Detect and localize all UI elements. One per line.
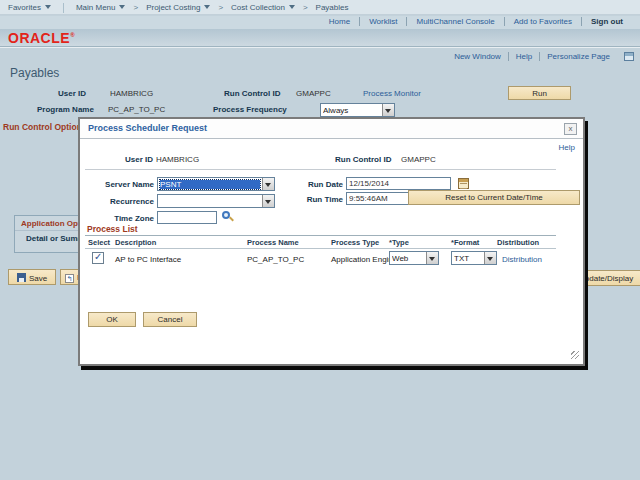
recurrence-select[interactable] [157,194,275,208]
run-date-input[interactable] [346,177,451,190]
cancel-button[interactable]: Cancel [143,312,197,327]
distribution-link[interactable]: Distribution [502,255,542,264]
column-header-format: *Format [451,238,479,247]
select-checkbox[interactable]: ✓ [92,252,104,264]
resize-handle-icon[interactable] [571,351,579,359]
breadcrumb-payables[interactable]: Payables [316,3,349,12]
run-time-label: Run Time [265,195,343,204]
link-add-to-favorites[interactable]: Add to Favorites [504,17,581,26]
breadcrumb-separator: > [133,3,138,12]
chevron-down-icon [289,5,295,12]
process-list-title: Process List [87,224,138,234]
user-id-value: HAMBRICG [110,89,153,98]
chevron-down-icon[interactable] [484,252,496,264]
return-arrow-icon: ↰ [65,274,74,283]
reset-datetime-button[interactable]: Reset to Current Date/Time [408,190,580,205]
dialog-title: Process Scheduler Request [88,123,207,133]
link-home[interactable]: Home [320,17,359,26]
dialog-user-id-label: User ID [125,155,153,164]
process-frequency-label: Process Frequency [213,105,287,114]
breadcrumb-bar: Favorites Main Menu > Project Costing > … [0,0,640,15]
column-header-select: Select [88,238,110,247]
chevron-down-icon[interactable] [382,104,394,116]
program-name-value: PC_AP_TO_PC [108,105,165,114]
time-zone-label: Time Zone [80,214,154,223]
column-header-distribution: Distribution [497,238,539,247]
menu-main-menu[interactable]: Main Menu [76,3,126,12]
link-worklist[interactable]: Worklist [359,17,406,26]
user-id-label: User ID [58,89,86,98]
dialog-user-id-value: HAMBRICG [156,155,199,164]
divider [85,169,556,170]
window-icon[interactable] [624,52,634,61]
link-new-window[interactable]: New Window [447,52,508,61]
breadcrumb-cost-collection[interactable]: Cost Collection [231,3,295,12]
registered-mark-icon: ® [70,32,75,38]
column-header-process-name: Process Name [247,238,299,247]
link-help[interactable]: Help [508,52,539,61]
logo-band [0,29,640,46]
chevron-down-icon[interactable] [426,252,438,264]
dialog-run-control-id-label: Run Control ID [335,155,391,164]
process-frequency-select[interactable]: Always [320,103,395,117]
cell-process-name: PC_AP_TO_PC [247,255,304,264]
ok-button[interactable]: OK [88,312,136,327]
breadcrumb: Favorites Main Menu > Project Costing > … [8,2,348,13]
utility-links: Home Worklist MultiChannel Console Add t… [320,17,632,26]
link-multichannel-console[interactable]: MultiChannel Console [406,17,503,26]
application-window: Favorites Main Menu > Project Costing > … [0,0,640,480]
dialog-titlebar: Process Scheduler Request x [80,119,583,139]
chevron-down-icon [45,5,51,12]
process-scheduler-request-dialog: Process Scheduler Request x Help User ID… [78,117,585,366]
header-divider [0,46,640,48]
cell-process-type: Application Engine [331,255,397,264]
calendar-icon[interactable] [458,178,469,189]
divider [63,3,64,13]
menu-favorites[interactable]: Favorites [8,3,51,12]
table-border [85,248,556,249]
time-zone-input[interactable] [157,211,217,224]
run-button[interactable]: Run [508,86,571,100]
close-icon[interactable]: x [564,123,577,135]
run-date-label: Run Date [265,180,343,189]
breadcrumb-separator: > [218,3,223,12]
process-monitor-link[interactable]: Process Monitor [363,89,421,98]
server-name-select[interactable]: PSNT [157,177,275,191]
type-select[interactable]: Web [389,251,439,265]
dialog-run-control-id-value: GMAPPC [401,155,436,164]
breadcrumb-project-costing[interactable]: Project Costing [146,3,210,12]
program-name-label: Program Name [37,105,94,114]
oracle-logo: ORACLE® [8,30,75,46]
column-header-process-type: Process Type [331,238,379,247]
page-action-links: New Window Help Personalize Page [447,52,634,61]
run-control-id-value: GMAPPC [296,89,331,98]
dialog-help-link[interactable]: Help [559,143,575,152]
recurrence-label: Recurrence [80,197,154,206]
save-button[interactable]: Save [8,269,56,285]
page-title: Payables [10,66,59,80]
run-control-options-label: Run Control Options [3,122,87,132]
link-personalize-page[interactable]: Personalize Page [539,52,617,61]
cell-description: AP to PC Interface [115,255,181,264]
check-icon: ✓ [94,251,102,262]
save-disk-icon [17,273,26,282]
chevron-down-icon [204,5,210,12]
link-sign-out[interactable]: Sign out [581,17,632,26]
format-select[interactable]: TXT [451,251,497,265]
run-control-id-label: Run Control ID [224,89,280,98]
table-border [85,235,556,236]
server-name-label: Server Name [80,180,154,189]
column-header-description: Description [115,238,156,247]
column-header-type: *Type [389,238,409,247]
lookup-magnifier-icon[interactable] [222,211,235,224]
breadcrumb-separator: > [303,3,308,12]
chevron-down-icon [119,5,125,12]
